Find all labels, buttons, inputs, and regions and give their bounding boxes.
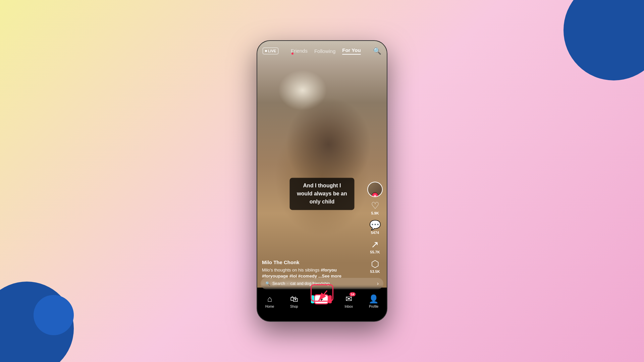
share-count: 55.7K xyxy=(370,250,380,254)
subtitle-box: And I thought I would always be an only … xyxy=(290,178,355,210)
bg-circle-bottom-left-small xyxy=(34,295,74,335)
comment-icon[interactable]: 💬 xyxy=(369,221,381,230)
hashtag-foryou[interactable]: #foryou xyxy=(321,267,337,273)
search-label: Search xyxy=(272,281,285,286)
save-button-group: ⬡ 53.5K xyxy=(370,259,380,274)
inbox-badge-count: 14 xyxy=(350,292,356,296)
shop-nav-item[interactable]: 🛍 Shop xyxy=(290,294,298,308)
creator-name[interactable]: Milo The Chonk xyxy=(262,259,363,265)
comment-button-group: 💬 5474 xyxy=(369,221,381,235)
share-button-group: ↗ 55.7K xyxy=(370,240,380,254)
inbox-nav-item[interactable]: ✉ 14 Inbox xyxy=(344,294,353,308)
like-button-group: ♡ 5.9K xyxy=(371,201,379,215)
search-bar-icon: 🔍 xyxy=(265,281,270,286)
action-sidebar: + ♡ 5.9K 💬 5474 ↗ 55.7K ⬡ 53.5K xyxy=(367,182,383,278)
active-tab-underline xyxy=(342,54,361,55)
shop-label: Shop xyxy=(290,305,298,308)
top-navigation: LIVE Friends Following For You 🔍 xyxy=(257,41,387,61)
following-tab[interactable]: Following xyxy=(314,48,335,54)
search-icon[interactable]: 🔍 xyxy=(373,47,381,55)
red-arrow-annotation xyxy=(312,289,332,304)
save-count: 53.5K xyxy=(370,269,380,274)
home-label: Home xyxy=(265,305,274,308)
nav-tabs: Friends Following For You xyxy=(291,47,361,55)
live-label: LIVE xyxy=(268,49,276,53)
phone-frame: LIVE Friends Following For You 🔍 And I t… xyxy=(257,40,387,322)
like-count: 5.9K xyxy=(371,211,379,215)
live-badge[interactable]: LIVE xyxy=(263,48,278,54)
search-arrow-icon[interactable]: › xyxy=(377,281,379,287)
notification-dot xyxy=(291,53,293,55)
like-icon[interactable]: ♡ xyxy=(371,201,379,210)
subtitle-text: And I thought I would always be an only … xyxy=(297,183,347,204)
svg-line-0 xyxy=(319,291,327,301)
friends-tab-wrapper: Friends xyxy=(291,48,308,54)
search-dot: · xyxy=(287,281,288,286)
profile-nav-item[interactable]: 👤 Profile xyxy=(369,294,379,308)
phone-wrapper: LIVE Friends Following For You 🔍 And I t… xyxy=(257,40,387,322)
for-you-tab[interactable]: For You xyxy=(342,47,361,53)
caption-main: Milo's thoughts on his siblings xyxy=(262,267,320,273)
inbox-label: Inbox xyxy=(344,305,353,308)
caption-text: Milo's thoughts on his siblings #foryou … xyxy=(262,267,363,279)
profile-label: Profile xyxy=(369,305,378,308)
home-icon: ⌂ xyxy=(267,294,272,304)
profile-icon: 👤 xyxy=(369,294,379,304)
creator-avatar[interactable]: + xyxy=(367,182,383,197)
home-nav-item[interactable]: ⌂ Home xyxy=(265,294,274,308)
comment-count: 5474 xyxy=(371,231,379,235)
for-you-tab-container[interactable]: For You xyxy=(342,47,361,55)
bg-circle-top-right xyxy=(564,0,644,80)
share-icon[interactable]: ↗ xyxy=(371,240,379,249)
live-dot xyxy=(265,50,267,52)
save-icon[interactable]: ⬡ xyxy=(371,259,379,269)
follow-button[interactable]: + xyxy=(372,192,378,197)
shop-icon: 🛍 xyxy=(290,294,298,304)
